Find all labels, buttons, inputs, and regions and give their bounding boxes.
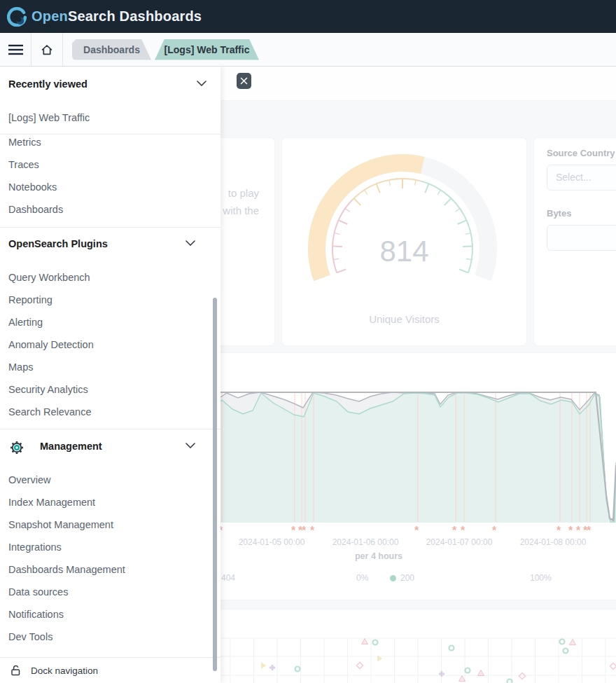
nav-item-reporting[interactable]: Reporting	[8, 293, 52, 307]
opensearch-logo: OpenSearch Dashboards	[7, 7, 202, 27]
nav-item-overview[interactable]: Overview	[8, 473, 50, 487]
home-icon	[40, 43, 54, 57]
divider	[0, 134, 220, 134]
divider	[62, 33, 63, 67]
dock-navigation-label: Dock navigation	[31, 665, 98, 676]
home-button[interactable]	[31, 33, 62, 67]
nav-item-traces[interactable]: Traces	[8, 158, 39, 172]
nav-item-integrations[interactable]: Integrations	[8, 540, 62, 554]
breadcrumb-toolbar: Dashboards [Logs] Web Traffic	[0, 33, 616, 67]
nav-item-search-relevance[interactable]: Search Relevance	[8, 405, 92, 419]
nav-item-data-sources[interactable]: Data sources	[8, 585, 68, 599]
nav-item-alerting[interactable]: Alerting	[8, 315, 43, 329]
nav-item-query-workbench[interactable]: Query Workbench	[8, 270, 90, 284]
navigation-flyout: Recently viewed [Logs] Web Traffic Metri…	[0, 67, 220, 683]
breadcrumb: Dashboards [Logs] Web Traffic	[72, 39, 259, 60]
divider	[0, 429, 220, 429]
chevron-down-icon[interactable]	[186, 240, 195, 246]
chevron-down-icon[interactable]	[197, 81, 206, 86]
nav-item-dashboards[interactable]: Dashboards	[8, 202, 63, 216]
nav-item-logs-web-traffic[interactable]: [Logs] Web Traffic	[8, 111, 90, 125]
nav-item-dev-tools[interactable]: Dev Tools	[8, 630, 52, 644]
nav-item-security-analytics[interactable]: Security Analytics	[8, 382, 88, 396]
nav-item-dashboards-management[interactable]: Dashboards Management	[8, 563, 125, 577]
breadcrumb-dashboards[interactable]: Dashboards	[72, 39, 151, 60]
gear-icon	[8, 439, 25, 456]
section-management[interactable]: Management	[40, 441, 102, 452]
section-recently-viewed[interactable]: Recently viewed	[8, 78, 88, 90]
nav-item-index-management[interactable]: Index Management	[8, 495, 95, 509]
nav-item-notebooks[interactable]: Notebooks	[8, 180, 57, 194]
menu-button[interactable]	[0, 33, 31, 67]
breadcrumb-logs-web-traffic[interactable]: [Logs] Web Traffic	[155, 39, 259, 60]
sidebar-scrollbar[interactable]	[213, 298, 217, 671]
divider	[0, 227, 220, 228]
unlock-icon	[10, 664, 22, 677]
app-header: OpenSearch Dashboards	[0, 0, 616, 33]
nav-item-anomaly-detection[interactable]: Anomaly Detection	[8, 338, 94, 352]
close-icon	[240, 77, 248, 85]
nav-item-metrics[interactable]: Metrics	[8, 135, 41, 149]
hamburger-icon	[8, 44, 23, 55]
nav-item-notifications[interactable]: Notifications	[8, 607, 64, 621]
flyout-close-button[interactable]	[237, 73, 251, 89]
nav-item-snapshot-management[interactable]: Snapshot Management	[8, 518, 113, 532]
dock-navigation-button[interactable]: Dock navigation	[0, 657, 220, 683]
chevron-down-icon[interactable]	[186, 443, 195, 448]
brand-title: OpenSearch Dashboards	[31, 8, 202, 25]
opensearch-mark-icon	[7, 7, 27, 27]
nav-item-maps[interactable]: Maps	[8, 360, 33, 374]
section-opensearch-plugins[interactable]: OpenSearch Plugins	[8, 238, 108, 249]
